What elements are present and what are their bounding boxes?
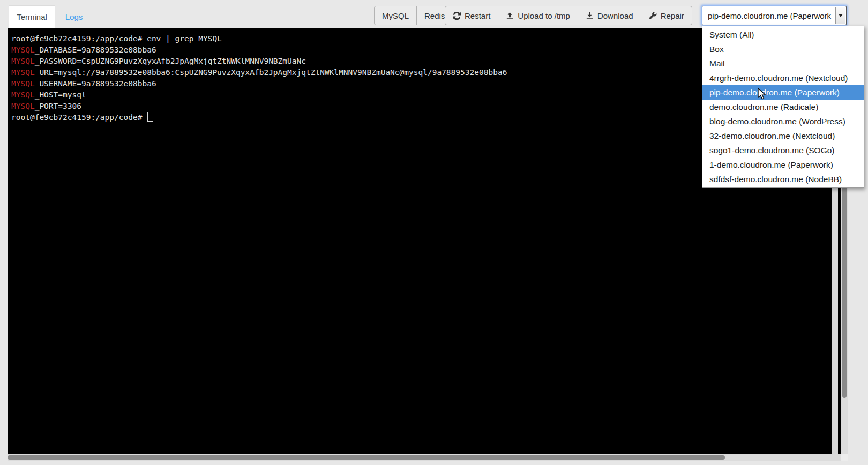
terminal-line: MYSQL_DATABASE=9a7889532e08bba6: [11, 44, 507, 56]
dropdown-option[interactable]: System (All): [702, 27, 864, 42]
app-select[interactable]: pip-demo.cloudron.me (Paperwork: [702, 6, 847, 25]
upload-icon: [506, 12, 514, 20]
terminal-line: root@fe9cb72c4159:/app/code#: [11, 112, 507, 123]
terminal-line: MYSQL_PORT=3306: [11, 101, 507, 112]
app-select-value: pip-demo.cloudron.me (Paperwork: [706, 9, 832, 22]
terminal-cursor: [147, 112, 153, 122]
download-icon: [586, 12, 594, 20]
button-label: Upload to /tmp: [518, 11, 570, 20]
repair-button[interactable]: Repair: [641, 6, 692, 25]
header-bar: Terminal Logs MySQLRedis RestartUpload t…: [0, 0, 868, 28]
database-button-group: MySQLRedis: [374, 6, 453, 25]
button-label: Restart: [465, 11, 490, 20]
cloudron-terminal-page: Terminal Logs MySQLRedis RestartUpload t…: [0, 0, 868, 465]
scrollbar-corner: [841, 454, 848, 461]
dropdown-option[interactable]: 4rrgrh-demo.cloudron.me (Nextcloud): [702, 71, 864, 85]
button-label: Download: [597, 11, 633, 20]
terminal-line: MYSQL_USERNAME=9a7889532e08bba6: [11, 78, 507, 89]
dropdown-option[interactable]: pip-demo.cloudron.me (Paperwork): [702, 85, 864, 100]
dropdown-option[interactable]: sogo1-demo.cloudron.me (SOGo): [702, 143, 864, 158]
button-label: MySQL: [382, 11, 409, 20]
terminal-text: root@fe9cb72c4159:/app/code# env | grep …: [11, 33, 507, 123]
refresh-icon: [453, 12, 461, 20]
download-button[interactable]: Download: [578, 6, 641, 25]
button-label: Redis: [424, 11, 445, 20]
dropdown-option[interactable]: Mail: [702, 56, 864, 71]
action-button-group: RestartUpload to /tmpDownloadRepair: [445, 6, 692, 25]
restart-button[interactable]: Restart: [445, 6, 498, 25]
dropdown-option[interactable]: Box: [702, 42, 864, 56]
terminal-line: MYSQL_PASSWORD=CspUZNG9PuvzXqyxAfb2JpAgM…: [11, 56, 507, 67]
terminal-line: root@fe9cb72c4159:/app/code# env | grep …: [11, 33, 507, 44]
horizontal-scrollbar-thumb[interactable]: [8, 455, 725, 460]
terminal-line: MYSQL_HOST=mysql: [11, 89, 507, 101]
upload-to-tmp-button[interactable]: Upload to /tmp: [498, 6, 578, 25]
tab-logs[interactable]: Logs: [57, 5, 91, 28]
caret-down-icon[interactable]: [835, 7, 845, 24]
tab-terminal[interactable]: Terminal: [9, 5, 55, 28]
horizontal-scrollbar-track[interactable]: [8, 454, 841, 461]
app-select-dropdown: System (All)BoxMail4rrgrh-demo.cloudron.…: [702, 26, 864, 188]
dropdown-option[interactable]: blog-demo.cloudron.me (WordPress): [702, 114, 864, 129]
dropdown-option[interactable]: sdfdsf-demo.cloudron.me (NodeBB): [702, 172, 864, 186]
dropdown-option[interactable]: 32-demo.cloudron.me (Nextcloud): [702, 129, 864, 143]
mysql-button[interactable]: MySQL: [374, 6, 417, 25]
wrench-icon: [649, 12, 657, 20]
terminal-line: MYSQL_URL=mysql://9a7889532e08bba6:CspUZ…: [11, 67, 507, 78]
dropdown-option[interactable]: 1-demo.cloudron.me (Paperwork): [702, 158, 864, 172]
dropdown-option[interactable]: demo.cloudron.me (Radicale): [702, 100, 864, 114]
button-label: Repair: [661, 11, 684, 20]
